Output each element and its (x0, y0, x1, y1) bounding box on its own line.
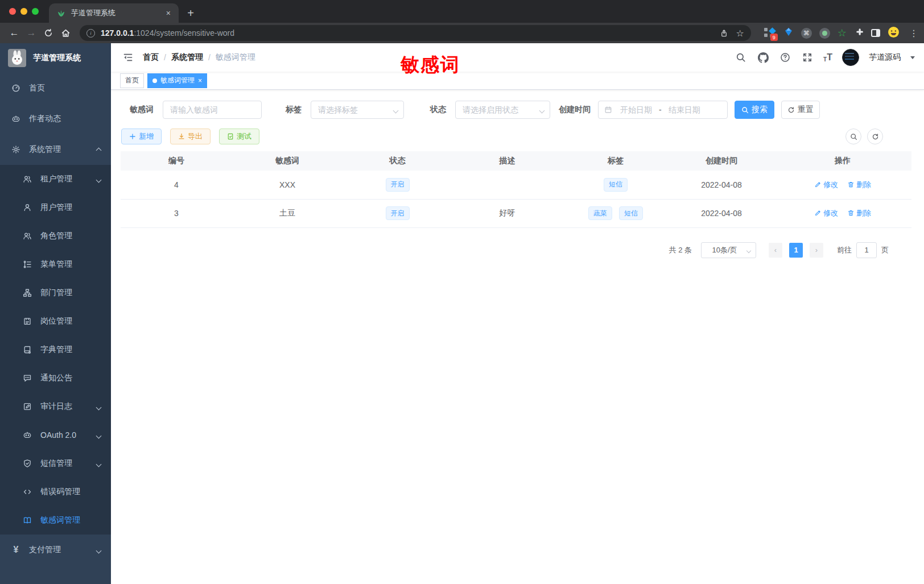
edit-link[interactable]: 修改 (814, 208, 838, 218)
home-button[interactable] (57, 24, 74, 42)
table-mini-tools (845, 129, 883, 144)
next-page-button[interactable]: › (810, 243, 823, 258)
sidebar-item-label: 角色管理 (40, 231, 72, 241)
sidebar-item-audit-log[interactable]: 审计日志 (0, 392, 111, 421)
date-end-input[interactable] (663, 105, 706, 114)
goto-page: 前往 页 (837, 242, 889, 258)
delete-link[interactable]: 删除 (847, 180, 871, 190)
page-size-select[interactable]: 10条/页 (701, 242, 756, 258)
forward-button[interactable]: → (23, 24, 40, 42)
tag-close-icon[interactable]: × (198, 77, 202, 85)
window-controls (0, 0, 49, 23)
side-panel-icon[interactable] (871, 29, 880, 37)
tag-home[interactable]: 首页 (120, 73, 144, 88)
sidebar-item-system[interactable]: 系统管理 (0, 134, 111, 165)
table-row: 4 XXX 开启 短信 2022-04-08 修改 (121, 171, 911, 199)
edit-link[interactable]: 修改 (814, 180, 838, 190)
add-button-label: 新增 (139, 131, 154, 142)
date-range-picker[interactable]: - (598, 101, 728, 119)
browser-chrome: 芋道管理系统 × + ← → i 127.0.0.1 :1024/system/… (0, 0, 924, 43)
sidebar-item-dict[interactable]: 字典管理 (0, 336, 111, 364)
sidebar-item-pay[interactable]: ¥ 支付管理 (0, 535, 111, 565)
url-path: :1024/system/sensitive-word (134, 28, 234, 38)
search-button[interactable]: 搜索 (735, 101, 774, 119)
extension-record-icon[interactable] (819, 28, 830, 39)
sidebar-item-oauth[interactable]: OAuth 2.0 (0, 421, 111, 449)
back-button[interactable]: ← (6, 24, 23, 42)
prev-page-button[interactable]: ‹ (769, 243, 782, 258)
user-avatar[interactable] (842, 49, 859, 66)
breadcrumb-home[interactable]: 首页 (143, 52, 159, 63)
goto-page-input[interactable] (856, 242, 877, 258)
sidebar-item-role[interactable]: 角色管理 (0, 222, 111, 250)
extension-command-icon[interactable]: ⌘ (801, 28, 812, 39)
reload-button[interactable] (40, 24, 57, 42)
sidebar-item-dept[interactable]: 部门管理 (0, 279, 111, 307)
tab-close-icon[interactable]: × (164, 9, 173, 18)
sidebar-item-sms[interactable]: 短信管理 (0, 449, 111, 478)
sidebar-fold-icon[interactable] (120, 49, 136, 65)
word-filter-input[interactable] (163, 101, 262, 119)
users-icon (23, 175, 32, 184)
cell-word: 土豆 (232, 199, 343, 227)
test-button[interactable]: 测试 (219, 129, 259, 144)
browser-menu-icon[interactable]: ⋮ (909, 28, 918, 39)
profile-emoji-avatar[interactable] (888, 26, 900, 40)
site-info-icon[interactable]: i (86, 29, 95, 38)
status-badge: 开启 (386, 206, 410, 220)
reset-button[interactable]: 重置 (781, 101, 820, 119)
url-bar[interactable]: i 127.0.0.1 :1024/system/sensitive-word … (80, 25, 751, 41)
tag-sensitive-word[interactable]: 敏感词管理 × (147, 73, 207, 88)
extension-blocks-icon[interactable]: 9 (764, 27, 776, 39)
sidebar-item-author-news[interactable]: 作者动态 (0, 103, 111, 134)
bookmark-star-icon[interactable]: ☆ (736, 28, 744, 39)
browser-tab[interactable]: 芋道管理系统 × (49, 3, 179, 23)
fullscreen-icon[interactable] (801, 51, 814, 64)
sidebar-item-sensitive-word[interactable]: 敏感词管理 (0, 506, 111, 535)
export-button-label: 导出 (188, 131, 203, 142)
delete-link[interactable]: 删除 (847, 208, 871, 218)
sidebar-item-label: 首页 (29, 83, 45, 93)
share-icon[interactable] (720, 29, 728, 38)
page-size-value: 10条/页 (712, 245, 737, 255)
minimize-window-button[interactable] (20, 8, 27, 15)
sidebar-item-label: 菜单管理 (40, 259, 72, 270)
breadcrumb-separator: / (208, 53, 211, 62)
new-tab-button[interactable]: + (182, 5, 199, 22)
sidebar-item-post[interactable]: 岗位管理 (0, 307, 111, 336)
extension-gem-icon[interactable] (783, 27, 794, 39)
breadcrumb-section[interactable]: 系统管理 (171, 52, 203, 63)
font-size-icon[interactable]: TT (823, 52, 832, 63)
goto-suffix: 页 (881, 245, 889, 255)
help-icon[interactable] (779, 51, 791, 64)
export-button[interactable]: 导出 (170, 129, 211, 144)
table-toolbar: 新增 导出 测试 (121, 129, 883, 144)
tag-filter-input[interactable] (311, 101, 404, 119)
user-menu-caret-icon[interactable] (910, 56, 915, 61)
maximize-window-button[interactable] (32, 8, 39, 15)
date-start-input[interactable] (614, 105, 658, 114)
add-button[interactable]: 新增 (121, 129, 162, 144)
sidebar-item-label: 用户管理 (40, 202, 72, 213)
robot-icon (23, 430, 32, 440)
header-search-icon[interactable] (735, 51, 747, 64)
close-window-button[interactable] (9, 8, 16, 15)
status-filter-select[interactable] (455, 101, 550, 119)
sidebar-item-notice[interactable]: 通知公告 (0, 364, 111, 392)
sidebar-item-errorcode[interactable]: 错误码管理 (0, 478, 111, 506)
cell-tags: 蔬菜 短信 (562, 199, 669, 227)
extensions-puzzle-icon[interactable] (854, 27, 864, 39)
table-refresh-button[interactable] (867, 129, 883, 144)
chevron-down-icon (97, 459, 101, 468)
sidebar-item-home[interactable]: 首页 (0, 73, 111, 103)
table-search-toggle-button[interactable] (845, 129, 861, 144)
extension-badge: 9 (770, 34, 778, 41)
sidebar-item-tenant[interactable]: 租户管理 (0, 165, 111, 193)
sidebar-item-user[interactable]: 用户管理 (0, 193, 111, 222)
current-page-button[interactable]: 1 (789, 243, 803, 258)
github-icon[interactable] (757, 51, 769, 64)
sidebar-item-menu[interactable]: 菜单管理 (0, 250, 111, 279)
tag-filter-select[interactable] (311, 101, 404, 119)
extension-star-icon[interactable]: ☆ (838, 28, 847, 38)
status-filter-input[interactable] (455, 101, 550, 119)
